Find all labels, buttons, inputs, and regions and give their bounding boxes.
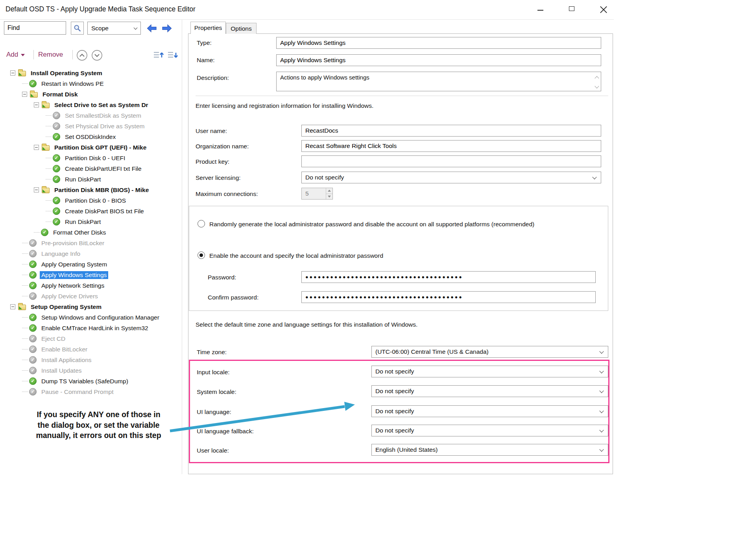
chevron-down-icon (599, 369, 604, 373)
maximum-connections-spinner[interactable]: 5 (301, 188, 333, 200)
tree-item[interactable]: Partition Disk MBR (BIOS) - Mike (0, 185, 182, 195)
minimize-icon[interactable] (537, 10, 543, 11)
user-name-field[interactable] (301, 125, 601, 137)
step-enabled-check-icon (53, 154, 60, 162)
tree-expander-icon[interactable] (34, 145, 39, 150)
move-up-button[interactable] (153, 50, 164, 61)
tree-item[interactable]: Set OSDDiskIndex (0, 131, 182, 142)
tree-connector-line (34, 232, 40, 233)
close-icon[interactable] (600, 5, 607, 14)
password-field[interactable]: ●●●●●●●●●●●●●●●●●●●●●●●●●●●●●●●●●●●●●● (301, 271, 596, 283)
scroll-up-icon[interactable] (595, 76, 599, 80)
add-button-label: Add (6, 51, 18, 58)
arrow-left-icon (146, 24, 157, 33)
tree-expander-icon[interactable] (34, 102, 39, 107)
tab-options[interactable]: Options (226, 23, 257, 34)
tree-item-label: Install Updates (40, 367, 83, 375)
spinner-down-icon[interactable] (326, 194, 332, 200)
user-locale-select[interactable]: English (United States) (371, 444, 608, 456)
ui-language-fallback-select[interactable]: Do not specify (371, 425, 608, 436)
tree-connector-line (46, 200, 52, 201)
move-down-button[interactable] (167, 50, 179, 61)
tree-item[interactable]: Create DiskPart BIOS txt File (0, 206, 182, 216)
ui-language-select[interactable]: Do not specify (371, 405, 608, 417)
tree-item[interactable]: Apply Network Settings (0, 280, 182, 291)
tree-item[interactable]: Setup Operating System (0, 301, 182, 312)
tree-expander-icon[interactable] (34, 187, 39, 192)
tree-item[interactable]: Run DiskPart (0, 174, 182, 185)
tree-item[interactable]: Enable CMTrace HardLink in System32 (0, 323, 182, 333)
collapse-all-button[interactable] (76, 50, 88, 61)
organization-name-field[interactable] (301, 140, 601, 152)
ui-language-fallback-label: UI language fallback: (197, 428, 254, 435)
spinner-up-icon[interactable] (326, 188, 332, 194)
tree-connector-line (22, 338, 28, 339)
tree-item[interactable]: Pre-provision BitLocker (0, 238, 182, 248)
step-enabled-check-icon (29, 314, 37, 321)
tree-item[interactable]: Eject CD (0, 333, 182, 344)
tree-item[interactable]: Format Other Disks (0, 227, 182, 238)
chevron-down-icon (592, 175, 596, 179)
tree-item[interactable]: Select Drive to Set as System Dr (0, 100, 182, 110)
server-licensing-select[interactable]: Do not specify (301, 172, 601, 183)
random-password-radio[interactable] (198, 220, 205, 227)
tree-item[interactable]: Pause - Command Prompt (0, 386, 182, 397)
find-input[interactable] (4, 21, 66, 35)
task-sequence-editor-window: Default OSD TS - Apply Upgrade Media Tas… (0, 0, 733, 560)
ui-language-value: Do not specify (375, 408, 414, 415)
tree-item[interactable]: Language Info (0, 248, 182, 259)
system-locale-select[interactable]: Do not specify (371, 385, 608, 397)
enable-account-radio[interactable] (198, 251, 205, 259)
name-field[interactable] (276, 54, 601, 66)
confirm-password-field[interactable]: ●●●●●●●●●●●●●●●●●●●●●●●●●●●●●●●●●●●●●● (301, 291, 596, 303)
scroll-down-icon[interactable] (595, 84, 599, 88)
tree-item[interactable]: Install Updates (0, 365, 182, 376)
time-zone-select[interactable]: (UTC-06:00) Central Time (US & Canada) (371, 346, 608, 358)
toolbar-separator (72, 50, 73, 59)
tree-connector-line (22, 349, 28, 349)
tree-item[interactable]: Restart in Windows PE (0, 78, 182, 89)
tree-item[interactable]: Format Disk (0, 89, 182, 100)
tree-item[interactable]: Enable BitLocker (0, 344, 182, 355)
tree-expander-icon[interactable] (10, 304, 15, 309)
remove-button[interactable]: Remove (38, 51, 63, 59)
scope-select[interactable]: Scope (87, 22, 141, 35)
tree-item[interactable]: Install Applications (0, 355, 182, 365)
input-locale-select[interactable]: Do not specify (371, 366, 608, 377)
tree-item[interactable]: Apply Windows Settings (0, 270, 182, 280)
tree-item[interactable]: Install Operating System (0, 68, 182, 78)
tree-expander-icon[interactable] (10, 70, 15, 76)
chevron-down-icon (599, 428, 604, 432)
tab-properties[interactable]: Properties (190, 22, 226, 34)
tree-connector-line (22, 296, 28, 296)
tree-item[interactable]: Run DiskPart (0, 216, 182, 227)
tree-expander-icon[interactable] (22, 92, 27, 97)
tree-item-label: Language Info (40, 250, 82, 258)
server-licensing-label: Server licensing: (196, 174, 241, 181)
tree-item[interactable]: Set Physical Drive as System (0, 121, 182, 131)
tree-item[interactable]: Apply Device Drivers (0, 291, 182, 301)
description-field[interactable]: Actions to apply Windows settings (276, 72, 601, 91)
tree-item[interactable]: Partition Disk 0 - BIOS (0, 195, 182, 206)
add-button[interactable]: Add (6, 51, 25, 59)
forward-button[interactable] (160, 22, 174, 34)
tree-item[interactable]: Partition Disk 0 - UEFI (0, 153, 182, 163)
arrow-right-icon (162, 24, 172, 33)
chevron-down-icon (599, 447, 604, 451)
tree-item[interactable]: Set SmallestDisk as System (0, 110, 182, 121)
tree-item[interactable]: Apply Operating System (0, 259, 182, 270)
tree-item[interactable]: Dump TS Variables (SafeDump) (0, 376, 182, 386)
back-button[interactable] (145, 22, 159, 34)
tree-item[interactable]: Setup Windows and Configuration Manager (0, 312, 182, 323)
tree-item[interactable]: Create DiskPartUEFI txt File (0, 163, 182, 174)
input-locale-value: Do not specify (375, 368, 414, 375)
search-button[interactable] (71, 22, 84, 35)
maximize-icon[interactable] (569, 6, 574, 11)
tree-item[interactable]: Partition Disk GPT (UEFI) - Mike (0, 142, 182, 153)
tree-item-label: Install Applications (40, 356, 93, 364)
type-field[interactable] (276, 37, 601, 49)
expand-all-button[interactable] (91, 50, 103, 61)
product-key-field[interactable] (301, 155, 601, 167)
section-separator (196, 96, 608, 96)
step-disabled-check-icon (29, 335, 37, 342)
